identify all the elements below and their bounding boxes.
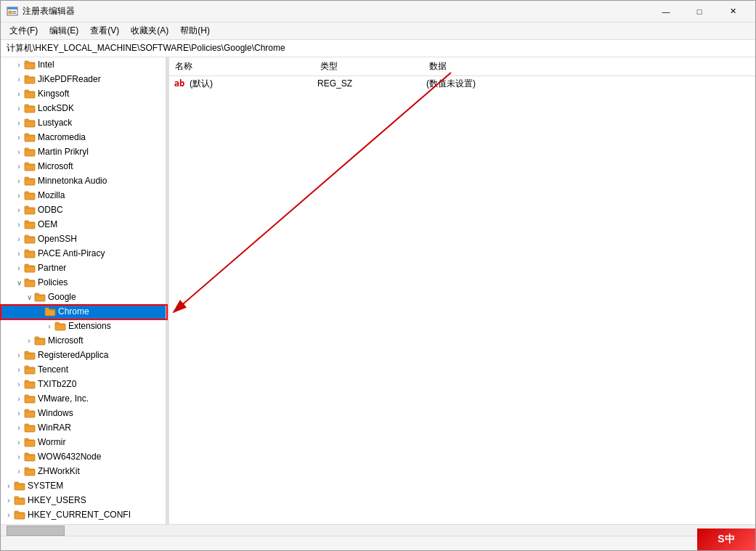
expand-icon[interactable]: ›	[14, 408, 24, 418]
menu-file[interactable]: 文件(F)	[4, 23, 44, 38]
tree-item[interactable]: › TXITb2Z0	[1, 377, 166, 391]
folder-icon	[34, 292, 46, 302]
menu-edit[interactable]: 编辑(E)	[44, 23, 84, 38]
tree-item[interactable]: › RegisteredApplica	[1, 348, 166, 362]
tree-item-label: Kingsoft	[38, 89, 69, 99]
tree-item[interactable]: › JiKePDFReader	[1, 72, 166, 86]
tree-item[interactable]: › Tencent	[1, 362, 166, 377]
tree-item[interactable]: › Minnetonka Audio	[1, 174, 166, 188]
tree-item[interactable]: › PACE Anti-Piracy	[1, 246, 166, 261]
tree-item[interactable]: › LockSDK	[1, 101, 166, 115]
tree-item-label: VMware, Inc.	[38, 393, 89, 404]
tree-item[interactable]: › VMware, Inc.	[1, 391, 166, 406]
expand-icon[interactable]: ›	[14, 205, 24, 215]
expand-icon[interactable]: ›	[14, 234, 24, 244]
minimize-button[interactable]: —	[649, 1, 683, 23]
expand-icon[interactable]: ›	[14, 423, 24, 433]
folder-icon	[24, 437, 36, 447]
expand-icon[interactable]: ›	[14, 60, 24, 70]
expand-icon[interactable]: ›	[14, 103, 24, 113]
tree-item[interactable]: ∨ Chrome	[1, 304, 166, 319]
close-button[interactable]: ✕	[716, 1, 749, 23]
tree-item[interactable]: › Lustyack	[1, 115, 166, 130]
folder-icon	[24, 190, 36, 200]
tree-item[interactable]: › Mozilla	[1, 188, 166, 203]
expand-icon[interactable]: ›	[14, 219, 24, 229]
expand-icon[interactable]: ›	[14, 452, 24, 462]
expand-icon[interactable]: ›	[14, 364, 24, 375]
expand-icon[interactable]: ›	[14, 147, 24, 157]
expand-icon[interactable]: ›	[14, 437, 24, 447]
expand-icon[interactable]: ›	[14, 393, 24, 404]
tree-item[interactable]: ∨ Policies	[1, 275, 166, 290]
horizontal-scrollbar[interactable]	[1, 524, 755, 536]
expand-icon[interactable]: ›	[44, 321, 54, 331]
expand-icon[interactable]: ›	[14, 161, 24, 171]
folder-icon	[24, 147, 36, 157]
tree-item-label: ZHWorkKit	[38, 466, 80, 476]
tree-item[interactable]: › Partner	[1, 261, 166, 275]
registry-editor-window: 注册表编辑器 — □ ✕ 文件(F) 编辑(E) 查看(V) 收藏夹(A) 帮助…	[0, 0, 756, 551]
tree-item[interactable]: › HKEY_CURRENT_CONFI	[1, 507, 166, 522]
expand-icon[interactable]: ›	[14, 379, 24, 389]
tree-item[interactable]: › Microsoft	[1, 159, 166, 174]
tree-item[interactable]: › WinRAR	[1, 420, 166, 435]
folder-icon	[24, 234, 36, 244]
tree-item[interactable]: › Intel	[1, 57, 166, 72]
tree-item-label: ODBC	[38, 205, 63, 215]
folder-icon	[24, 132, 36, 142]
folder-icon	[14, 481, 25, 491]
annotation-arrow	[169, 57, 755, 524]
tree-item[interactable]: › ZHWorkKit	[1, 464, 166, 478]
scrollbar-thumb-h[interactable]	[7, 526, 65, 536]
maximize-button[interactable]: □	[683, 1, 716, 23]
tree-item-label: Extensions	[68, 321, 111, 331]
tree-item-label: OpenSSH	[38, 234, 77, 244]
tree-item[interactable]: › Macromedia	[1, 130, 166, 144]
tree-item[interactable]: › OEM	[1, 217, 166, 232]
tree-item-label: Minnetonka Audio	[38, 176, 107, 186]
expand-icon[interactable]: ›	[14, 350, 24, 360]
expand-icon[interactable]: ›	[14, 74, 24, 84]
expand-icon[interactable]: ›	[14, 89, 24, 99]
folder-icon	[24, 205, 36, 215]
tree-item[interactable]: › Martin Prikryl	[1, 144, 166, 159]
folder-icon	[24, 89, 36, 99]
folder-icon	[24, 452, 36, 462]
registry-entry[interactable]: ab(默认)REG_SZ(数值未设置)	[169, 76, 755, 91]
tree-item[interactable]: › Windows	[1, 406, 166, 420]
tree-item[interactable]: › Wormir	[1, 435, 166, 449]
folder-icon	[24, 103, 36, 113]
expand-icon[interactable]: ∨	[24, 292, 34, 302]
expand-icon[interactable]: ›	[14, 132, 24, 142]
expand-icon[interactable]: ›	[14, 248, 24, 258]
expand-icon[interactable]: ›	[24, 335, 34, 346]
expand-icon[interactable]: ›	[14, 176, 24, 186]
expand-icon[interactable]: ›	[4, 495, 14, 505]
tree-item[interactable]: › ODBC	[1, 203, 166, 217]
tree-item[interactable]: › HKEY_USERS	[1, 493, 166, 507]
menu-view[interactable]: 查看(V)	[84, 23, 125, 38]
expand-icon[interactable]: ›	[14, 263, 24, 273]
expand-icon[interactable]: ›	[4, 481, 14, 491]
menu-favorites[interactable]: 收藏夹(A)	[125, 23, 174, 38]
expand-icon[interactable]: ∨	[34, 306, 44, 317]
address-text: 计算机\HKEY_LOCAL_MACHINE\SOFTWARE\Policies…	[7, 42, 285, 54]
tree-item[interactable]: › OpenSSH	[1, 232, 166, 246]
expand-icon[interactable]: ∨	[14, 277, 24, 287]
expand-icon[interactable]: ›	[4, 510, 14, 520]
tree-item-label: Mozilla	[38, 190, 65, 200]
tree-item[interactable]: › Kingsoft	[1, 86, 166, 101]
expand-icon[interactable]: ›	[14, 118, 24, 128]
tree-item[interactable]: › SYSTEM	[1, 478, 166, 493]
tree-item[interactable]: ∨ Google	[1, 290, 166, 304]
expand-icon[interactable]: ›	[14, 190, 24, 200]
tree-panel[interactable]: › Intel› JiKePDFReader› Kingsoft› LockSD…	[1, 57, 166, 524]
tree-item[interactable]: › WOW6432Node	[1, 449, 166, 464]
tree-item[interactable]: › Extensions	[1, 319, 166, 333]
expand-icon[interactable]: ›	[14, 466, 24, 476]
reg-value-data: (数值未设置)	[426, 78, 755, 90]
tree-item[interactable]: › Microsoft	[1, 333, 166, 348]
tree-item-label: Macromedia	[38, 132, 86, 142]
menu-help[interactable]: 帮助(H)	[174, 23, 216, 38]
